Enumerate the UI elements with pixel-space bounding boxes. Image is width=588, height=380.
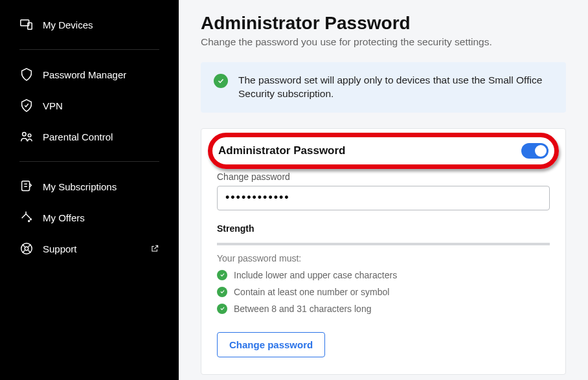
main-content: Administrator Password Change the passwo… — [179, 0, 588, 380]
check-circle-icon — [214, 74, 228, 88]
svg-point-2 — [23, 133, 27, 137]
password-panel: Administrator Password Change password S… — [201, 128, 566, 375]
sidebar-item-subscriptions[interactable]: My Subscriptions — [19, 171, 159, 202]
requirement-item: Include lower and upper case characters — [217, 270, 550, 280]
sidebar-item-vpn[interactable]: VPN — [19, 90, 159, 121]
sidebar-item-label: My Offers — [43, 212, 85, 223]
family-icon — [19, 129, 34, 144]
sidebar-item-support[interactable]: Support — [19, 233, 159, 264]
check-icon — [217, 287, 227, 297]
toggle-knob — [535, 145, 547, 157]
sidebar-item-label: Password Manager — [43, 69, 126, 80]
sidebar-item-label: VPN — [43, 100, 63, 111]
external-link-icon — [150, 244, 159, 253]
strength-label: Strength — [217, 223, 550, 234]
offers-icon — [19, 210, 34, 225]
sidebar-item-offers[interactable]: My Offers — [19, 202, 159, 233]
page-title: Administrator Password — [201, 13, 566, 34]
password-input[interactable] — [217, 186, 550, 210]
requirement-item: Contain at least one number or symbol — [217, 287, 550, 297]
check-icon — [217, 304, 227, 314]
subscriptions-icon — [19, 179, 34, 194]
svg-point-5 — [28, 221, 30, 222]
sidebar-item-devices[interactable]: My Devices — [19, 9, 159, 40]
sidebar-item-label: Support — [43, 243, 77, 254]
requirement-item: Between 8 and 31 characters long — [217, 304, 550, 314]
requirement-text: Between 8 and 31 characters long — [234, 304, 371, 314]
vpn-icon — [19, 98, 34, 113]
sidebar: My Devices Password Manager VPN Parental… — [0, 0, 179, 380]
check-icon — [217, 270, 227, 280]
svg-point-6 — [30, 219, 32, 220]
svg-point-3 — [28, 134, 31, 137]
devices-icon — [19, 17, 34, 32]
strength-meter — [217, 243, 550, 245]
requirements-heading: Your password must: — [217, 253, 550, 263]
toggle-row-wrap: Administrator Password — [217, 140, 550, 161]
requirement-text: Include lower and upper case characters — [234, 270, 397, 280]
sidebar-item-parental-control[interactable]: Parental Control — [19, 121, 159, 152]
info-banner-text: The password set will apply only to devi… — [238, 74, 553, 101]
admin-password-toggle[interactable] — [521, 143, 548, 159]
admin-password-toggle-row: Administrator Password — [217, 140, 550, 161]
sidebar-item-password-manager[interactable]: Password Manager — [19, 59, 159, 90]
support-icon — [19, 241, 34, 256]
requirement-text: Contain at least one number or symbol — [234, 287, 389, 297]
svg-point-8 — [25, 247, 28, 251]
sidebar-divider — [19, 49, 159, 50]
info-banner: The password set will apply only to devi… — [201, 62, 566, 113]
svg-rect-4 — [22, 181, 30, 191]
sidebar-item-label: My Devices — [43, 19, 93, 30]
sidebar-item-label: My Subscriptions — [43, 181, 117, 192]
shield-key-icon — [19, 67, 34, 82]
password-field-label: Change password — [217, 172, 550, 182]
toggle-label: Administrator Password — [218, 144, 346, 157]
sidebar-divider — [19, 161, 159, 162]
page-subtitle: Change the password you use for protecti… — [201, 36, 566, 48]
change-password-button[interactable]: Change password — [217, 332, 325, 357]
sidebar-item-label: Parental Control — [43, 131, 113, 142]
